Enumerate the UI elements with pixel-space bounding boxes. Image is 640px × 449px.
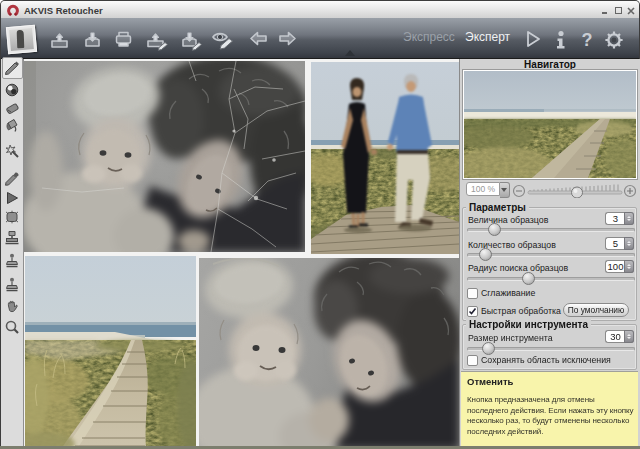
svg-text:?: ? bbox=[582, 30, 593, 50]
